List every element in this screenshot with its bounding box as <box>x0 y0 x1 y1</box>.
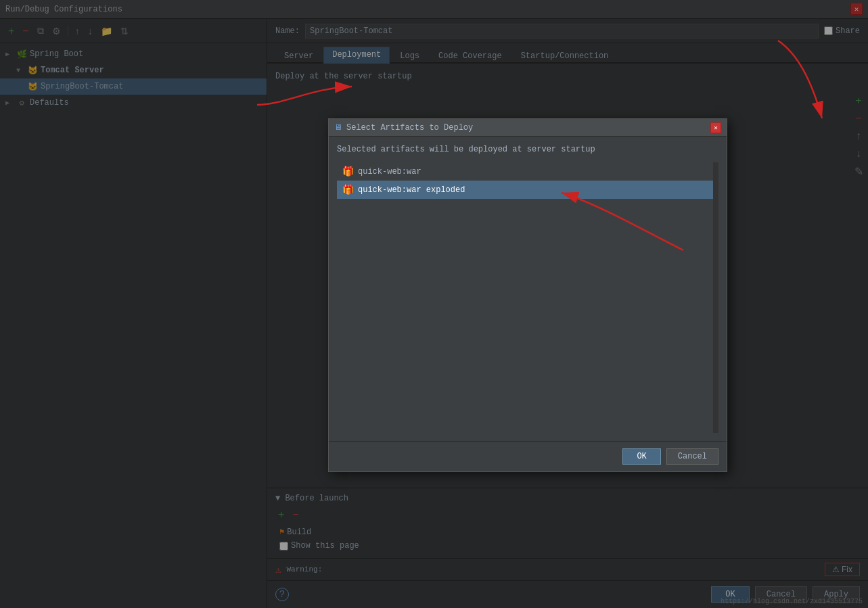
modal-footer: OK Cancel <box>329 441 727 471</box>
artifact-item-war[interactable]: 🎁 quick-web:war <box>337 162 718 181</box>
modal-ok-button[interactable]: OK <box>622 448 660 465</box>
modal-close-button[interactable]: ✕ <box>710 122 721 133</box>
modal-description: Selected artifacts will be deployed at s… <box>337 145 718 154</box>
artifact-item-war-exploded[interactable]: 🎁 quick-web:war exploded <box>337 181 718 199</box>
modal-titlebar: 🖥 Select Artifacts to Deploy ✕ <box>329 119 727 137</box>
modal-dialog: 🖥 Select Artifacts to Deploy ✕ Selected … <box>328 118 727 472</box>
modal-body: Selected artifacts will be deployed at s… <box>329 137 727 441</box>
modal-artifact-list: 🎁 quick-web:war 🎁 quick-web:war exploded <box>337 162 718 433</box>
modal-title-text: Select Artifacts to Deploy <box>346 123 710 133</box>
modal-overlay: 🖥 Select Artifacts to Deploy ✕ Selected … <box>0 0 868 608</box>
artifact-war-label: quick-web:war <box>358 167 421 177</box>
artifact-war-icon: 🎁 <box>342 166 354 177</box>
artifact-war-exploded-label: quick-web:war exploded <box>358 185 465 195</box>
artifact-war-exploded-icon: 🎁 <box>342 184 354 195</box>
modal-title-icon: 🖥 <box>334 122 342 133</box>
modal-cancel-button[interactable]: Cancel <box>666 448 718 465</box>
modal-scrollbar[interactable] <box>713 162 718 433</box>
